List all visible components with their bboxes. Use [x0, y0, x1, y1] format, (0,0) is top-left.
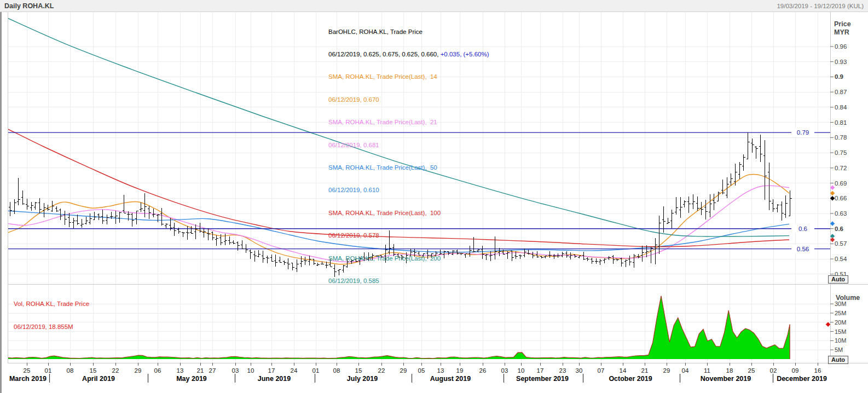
legend-sma14-title[interactable]: SMA, ROHA.KL, Trade Price(Last), 14 [328, 73, 489, 81]
volume-legend: Vol, ROHA.KL, Trade Price 06/12/2019, 18… [14, 285, 89, 346]
horizontal-line-label: 0.79 [797, 129, 809, 136]
day-label: 27 [209, 367, 216, 374]
day-label: 02 [770, 367, 777, 374]
price-tick-label: 0.96 [835, 43, 847, 50]
horizontal-line-label: 0.6 [798, 226, 807, 232]
legend-sma14-value: 06/12/2019, 0.670 [328, 96, 489, 104]
legend-sma50-title[interactable]: SMA, ROHA.KL, Trade Price(Last), 50 [328, 164, 489, 172]
legend-sma21-value: 06/12/2019, 0.681 [328, 142, 489, 149]
month-label: May 2019 [176, 375, 207, 383]
legend-sma200-value: 06/12/2019, 0.585 [328, 278, 489, 285]
volume-tick-label: 20M [835, 319, 846, 326]
month-label: December 2019 [777, 375, 827, 383]
month-label: March 2019 [9, 375, 47, 383]
day-label: 05 [418, 367, 425, 374]
price-tick-label: 0.66 [835, 195, 847, 201]
month-label: June 2019 [258, 375, 291, 383]
legend-sma100-title[interactable]: SMA, ROHA.KL, Trade Price(Last), 100 [328, 210, 489, 217]
legend-ohlc-values: 06/12/2019, 0.625, 0.675, 0.625, 0.660, … [328, 51, 489, 59]
chart-window: 0.790.60.560.960.930.90.870.840.810.780.… [0, 0, 868, 393]
price-legend: BarOHLC, ROHA.KL, Trade Price 06/12/2019… [328, 13, 489, 300]
day-label: 21 [641, 367, 649, 374]
legend-sma21-title[interactable]: SMA, ROHA.KL, Trade Price(Last), 21 [328, 119, 489, 126]
price-tick-label: 0.75 [835, 149, 847, 156]
volume-tick-label: 15M [835, 328, 846, 335]
day-label: 10 [518, 367, 525, 374]
day-label: 29 [135, 367, 142, 374]
volume-tick-label: 10M [835, 337, 846, 344]
day-label: 14 [620, 367, 627, 374]
legend-sma50-value: 06/12/2019, 0.610 [328, 187, 489, 194]
price-tick-label: 0.57 [835, 240, 847, 247]
legend-ohlc-title[interactable]: BarOHLC, ROHA.KL, Trade Price [328, 28, 489, 36]
price-tick-label: 0.84 [835, 104, 847, 111]
price-tick-label: 0.9 [835, 73, 843, 80]
price-tick-label: 0.78 [835, 134, 847, 141]
legend-sma100-value: 06/12/2019, 0.578 [328, 232, 489, 240]
volume-auto-button[interactable]: Auto [828, 356, 848, 364]
day-label: 21 [197, 367, 204, 374]
price-tick-label: 0.93 [835, 59, 847, 65]
legend-ohlc-prices: 06/12/2019, 0.625, 0.675, 0.625, 0.660, [328, 51, 438, 57]
legend-sma200-title[interactable]: SMA, ROHA.KL, Trade Price(Last), 200 [328, 255, 489, 263]
day-label: 26 [479, 367, 487, 374]
day-label: 17 [268, 367, 275, 374]
day-label: 23 [559, 367, 566, 374]
day-label: 03 [232, 367, 239, 374]
day-label: 13 [437, 367, 444, 374]
day-label: 22 [378, 367, 385, 374]
price-tick-label: 0.54 [835, 256, 847, 262]
month-label: July 2019 [347, 375, 378, 383]
day-label: 09 [792, 367, 799, 374]
volume-legend-title[interactable]: Vol, ROHA.KL, Trade Price [14, 300, 89, 308]
month-label: September 2019 [516, 375, 569, 383]
legend-ohlc-change: +0.035, (+5.60%) [441, 51, 489, 57]
day-label: 04 [682, 367, 689, 374]
day-label: 06 [154, 367, 161, 374]
price-auto-button[interactable]: Auto [828, 275, 848, 284]
month-label: August 2019 [430, 375, 471, 383]
price-tick-label: 0.81 [835, 119, 847, 126]
price-tick-label: 0.63 [835, 210, 847, 217]
day-label: 22 [112, 367, 119, 374]
day-label: 15 [355, 367, 362, 374]
volume-tick-label: 25M [835, 310, 846, 316]
day-label: 03 [501, 367, 508, 374]
chart-title: Daily ROHA.KL [4, 2, 54, 10]
day-label: 29 [663, 367, 670, 374]
price-tick-label: 0.72 [835, 165, 847, 171]
day-label: 25 [748, 367, 755, 374]
day-label: 19 [456, 367, 464, 374]
price-axis-title-line1: Price [834, 20, 851, 28]
day-label: 13 [177, 367, 184, 374]
price-axis-title: Price MYR [834, 20, 851, 37]
date-range-label: 19/03/2019 - 19/12/2019 (KUL) [777, 3, 864, 9]
price-tick-label: 0.69 [835, 180, 847, 187]
day-label: 29 [400, 367, 407, 374]
day-label: 08 [67, 367, 74, 374]
volume-tick-label: 30M [835, 300, 846, 307]
titlebar: Daily ROHA.KL 19/03/2019 - 19/12/2019 (K… [0, 0, 868, 12]
month-label: April 2019 [82, 375, 115, 383]
horizontal-line-label: 0.56 [797, 246, 809, 252]
day-label: 01 [45, 367, 52, 374]
day-label: 11 [704, 367, 710, 374]
volume-tick-label: 5M [835, 346, 843, 353]
month-label: October 2019 [609, 375, 652, 383]
day-label: 01 [313, 367, 320, 374]
window-edge [0, 12, 2, 393]
price-axis-title-line2: MYR [834, 28, 851, 37]
price-tick-label: 0.6 [835, 226, 843, 232]
day-label: 24 [291, 367, 298, 374]
day-label: 15 [90, 367, 97, 374]
day-label: 30 [576, 367, 583, 374]
month-label: November 2019 [701, 375, 751, 383]
volume-axis-title: Volume [836, 294, 860, 302]
day-label: 07 [598, 367, 605, 374]
volume-legend-value: 06/12/2019, 18.855M [14, 323, 89, 331]
day-label: 25 [24, 367, 31, 374]
price-tick-label: 0.87 [835, 89, 847, 95]
day-label: 16 [814, 367, 821, 374]
day-label: 10 [247, 367, 254, 374]
day-label: 17 [537, 367, 544, 374]
